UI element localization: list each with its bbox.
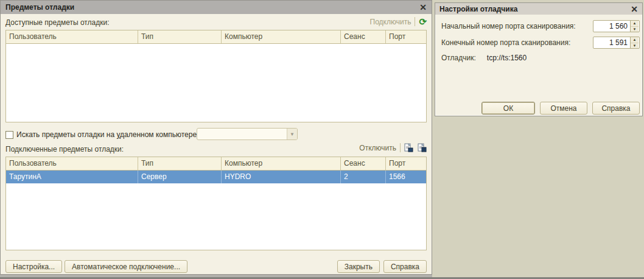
available-items-label: Доступные предметы отладки: bbox=[5, 18, 110, 27]
cell-session: 2 bbox=[341, 171, 386, 183]
connected-items-table: Пользователь Тип Компьютер Сеанс Порт Та… bbox=[5, 157, 427, 250]
dialog-client-area: Начальный номер порта сканирования: ▲ ▼ … bbox=[435, 15, 642, 115]
remote-label-pre: Искать предметы отладки на bbox=[16, 130, 116, 139]
remote-search-row: Искать предметы отладки на удаленном ком… bbox=[5, 129, 198, 141]
column-header-user: Пользователь bbox=[6, 157, 138, 170]
close-icon[interactable]: ✕ bbox=[419, 3, 427, 12]
connect-link[interactable]: Подключить bbox=[370, 18, 411, 26]
column-header-type: Тип bbox=[138, 157, 222, 170]
cell-type: Сервер bbox=[138, 171, 222, 183]
spin-up-icon[interactable]: ▲ bbox=[631, 21, 639, 27]
auto-connect-button[interactable]: Автоматическое подключение... bbox=[65, 260, 187, 273]
ok-button[interactable]: ОК bbox=[481, 102, 535, 115]
close-icon[interactable]: ✕ bbox=[631, 5, 638, 13]
spin-up-icon[interactable]: ▲ bbox=[631, 37, 639, 43]
cell-user: ТарутинА bbox=[6, 171, 138, 183]
dialog-title: Настройки отладчика bbox=[439, 5, 517, 13]
remote-label-post: даленном компьютере: bbox=[120, 130, 198, 139]
available-table-header: Пользователь Тип Компьютер Сеанс Порт bbox=[6, 30, 426, 44]
document-columns-icon[interactable] bbox=[418, 143, 427, 152]
help-button[interactable]: Справка bbox=[592, 102, 640, 115]
column-header-port: Порт bbox=[386, 157, 426, 170]
column-header-session: Сеанс bbox=[341, 157, 386, 170]
settings-button[interactable]: Настройка... bbox=[5, 260, 62, 273]
cell-port: 1566 bbox=[386, 171, 426, 183]
end-port-input[interactable] bbox=[593, 37, 630, 48]
refresh-icon[interactable]: ⟳ bbox=[419, 17, 427, 26]
start-port-label: Начальный номер порта сканирования: bbox=[441, 22, 576, 30]
start-port-spinner: ▲ ▼ bbox=[593, 20, 640, 32]
column-header-type: Тип bbox=[138, 30, 222, 43]
end-port-row: Конечный номер порта сканирования: ▲ ▼ bbox=[441, 37, 640, 49]
debugger-url-value: tcp://ts:1560 bbox=[487, 54, 527, 62]
connected-items-toolbar: Отключить bbox=[359, 143, 427, 152]
start-port-stepper: ▲ ▼ bbox=[630, 21, 639, 32]
start-port-input[interactable] bbox=[593, 21, 630, 32]
end-port-label: Конечный номер порта сканирования: bbox=[441, 38, 570, 47]
close-button[interactable]: Закрыть bbox=[337, 260, 380, 273]
window-title: Предметы отладки bbox=[5, 3, 74, 12]
toolbar-separator bbox=[400, 143, 401, 152]
end-port-spinner: ▲ ▼ bbox=[593, 37, 640, 49]
toolbar-icons bbox=[404, 143, 427, 152]
bottom-button-row: Настройка... Автоматическое подключение.… bbox=[5, 260, 427, 273]
debug-items-window: Предметы отладки ✕ Доступные предметы от… bbox=[0, 0, 432, 275]
toolbar-separator bbox=[415, 17, 415, 26]
column-header-session: Сеанс bbox=[341, 30, 386, 43]
column-header-computer: Компьютер bbox=[222, 30, 341, 43]
spin-down-icon[interactable]: ▼ bbox=[631, 27, 639, 32]
available-items-toolbar: Подключить ⟳ bbox=[370, 17, 427, 26]
cell-computer: HYDRO bbox=[222, 171, 341, 183]
dialog-button-row: ОК Отмена Справка bbox=[481, 102, 640, 115]
cancel-button[interactable]: Отмена bbox=[540, 102, 587, 115]
remote-computer-combobox[interactable]: ▼ bbox=[197, 128, 298, 140]
column-header-computer: Компьютер bbox=[222, 157, 341, 170]
chevron-down-icon[interactable]: ▼ bbox=[287, 129, 297, 140]
table-row[interactable]: ТарутинА Сервер HYDRO 2 1566 bbox=[6, 171, 426, 183]
connected-table-header: Пользователь Тип Компьютер Сеанс Порт bbox=[6, 157, 426, 171]
end-port-stepper: ▲ ▼ bbox=[630, 37, 639, 48]
debugger-settings-dialog: Настройки отладчика ✕ Начальный номер по… bbox=[435, 2, 643, 116]
remote-search-checkbox[interactable] bbox=[5, 131, 13, 139]
debugger-url-row: Отладчик: tcp://ts:1560 bbox=[441, 54, 527, 62]
debug-items-titlebar: Предметы отладки ✕ bbox=[1, 1, 432, 14]
connected-items-label: Подключенные предметы отладки: bbox=[5, 145, 124, 154]
start-port-row: Начальный номер порта сканирования: ▲ ▼ bbox=[441, 20, 640, 32]
debugger-label: Отладчик: bbox=[441, 54, 476, 62]
available-items-table: Пользователь Тип Компьютер Сеанс Порт bbox=[5, 30, 427, 122]
document-icon[interactable] bbox=[404, 143, 413, 152]
debug-items-client-area: Доступные предметы отладки: Подключить ⟳… bbox=[1, 14, 432, 274]
column-header-user: Пользователь bbox=[6, 30, 138, 43]
debugger-settings-titlebar: Настройки отладчика ✕ bbox=[435, 3, 642, 15]
spin-down-icon[interactable]: ▼ bbox=[631, 43, 639, 49]
remote-search-label: Искать предметы отладки на удаленном ком… bbox=[16, 130, 198, 139]
help-button[interactable]: Справка bbox=[383, 260, 427, 273]
column-header-port: Порт bbox=[386, 30, 426, 43]
disconnect-link[interactable]: Отключить bbox=[359, 144, 396, 152]
